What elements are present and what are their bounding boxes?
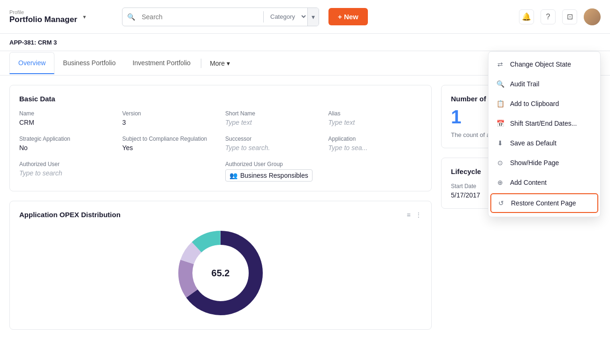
search-icon: 🔍: [122, 13, 140, 21]
menu-item-shift-dates[interactable]: 📅 Shift Start/End Dates...: [488, 114, 600, 133]
dropdown-menu: ⇄ Change Object State 🔍 Audit Trail 📋 Ad…: [488, 51, 601, 217]
field-authorized-user-group: Authorized User Group 👥 Business Respons…: [225, 161, 422, 182]
audit-trail-icon: 🔍: [496, 80, 504, 88]
dropdown-arrow-icon[interactable]: ▾: [307, 8, 319, 26]
field-alias: Alias Type text: [328, 110, 422, 126]
tab-separator: [201, 59, 201, 68]
menu-item-change-object-state[interactable]: ⇄ Change Object State: [488, 54, 600, 74]
field-name: Name CRM: [19, 110, 113, 126]
show-hide-icon: ⊙: [496, 159, 504, 167]
main-content: Basic Data Name CRM Version 3 Short Name…: [0, 76, 610, 339]
basic-data-title: Basic Data: [19, 95, 422, 103]
profile-label: Profile: [9, 9, 77, 15]
menu-item-add-to-clipboard[interactable]: 📋 Add to Clipboard: [488, 94, 600, 114]
menu-item-restore-content[interactable]: ↺ Restore Content Page: [490, 193, 598, 213]
profile-section: Profile Portfolio Manager ▾: [9, 9, 113, 24]
field-empty1: [122, 161, 216, 182]
tab-overview[interactable]: Overview: [9, 52, 54, 74]
more-icon[interactable]: ⋮: [415, 211, 422, 219]
change-state-icon: ⇄: [496, 60, 504, 68]
search-input[interactable]: [140, 13, 263, 21]
bell-icon[interactable]: 🔔: [519, 9, 534, 24]
restore-icon: ↺: [497, 199, 505, 207]
lifecycle-title: Lifecycle: [451, 167, 481, 175]
opex-title: Application OPEX Distribution: [19, 211, 121, 219]
field-version: Version 3: [122, 110, 216, 126]
sub-header: APP-381: CRM 3: [0, 34, 610, 51]
opex-icons: ≡ ⋮: [407, 211, 422, 219]
filter-icon[interactable]: ≡: [407, 211, 411, 219]
search-bar: 🔍 Category ▾: [122, 8, 319, 26]
menu-item-add-content[interactable]: ⊕ Add Content: [488, 173, 600, 192]
app-header: Profile Portfolio Manager ▾ 🔍 Category ▾…: [0, 0, 610, 34]
opex-header: Application OPEX Distribution ≡ ⋮: [19, 211, 422, 219]
inbox-icon[interactable]: ⊡: [562, 9, 577, 24]
field-authorized-user: Authorized User Type to search: [19, 161, 113, 182]
menu-item-audit-trail[interactable]: 🔍 Audit Trail: [488, 74, 600, 94]
field-application: Application Type to sea...: [328, 136, 422, 152]
field-strategic-application: Strategic Application No: [19, 136, 113, 152]
profile-title: Portfolio Manager: [9, 15, 77, 24]
new-button[interactable]: + New: [328, 8, 368, 25]
tab-investment-portfolio[interactable]: Investment Portfolio: [124, 53, 199, 74]
header-icons: 🔔 ? ⊡: [519, 8, 601, 25]
add-content-icon: ⊕: [496, 178, 504, 187]
menu-item-save-default[interactable]: ⬇ Save as Default: [488, 133, 600, 153]
avatar[interactable]: [584, 8, 601, 25]
chevron-down-icon[interactable]: ▾: [83, 14, 86, 20]
users-icon: 👥: [229, 172, 237, 179]
basic-data-fields: Name CRM Version 3 Short Name Type text …: [19, 110, 422, 182]
save-icon: ⬇: [496, 139, 504, 147]
field-compliance: Subject to Compliance Regulation Yes: [122, 136, 216, 152]
chevron-down-icon: ▾: [227, 60, 230, 67]
more-button[interactable]: More ▾: [203, 56, 236, 71]
donut-label: 65.2: [212, 268, 230, 279]
right-panel: Number of Provided Business Capabili... …: [441, 85, 601, 330]
category-select[interactable]: Category: [264, 13, 307, 21]
breadcrumb: APP-381: CRM 3: [9, 39, 57, 46]
clipboard-icon: 📋: [496, 99, 504, 108]
menu-item-show-hide-page[interactable]: ⊙ Show/Hide Page: [488, 153, 600, 173]
left-panel: Basic Data Name CRM Version 3 Short Name…: [9, 85, 432, 330]
calendar-icon: 📅: [496, 119, 504, 128]
opex-card: Application OPEX Distribution ≡ ⋮: [9, 201, 432, 330]
help-icon[interactable]: ?: [541, 9, 556, 24]
field-short-name: Short Name Type text: [225, 110, 319, 126]
basic-data-card: Basic Data Name CRM Version 3 Short Name…: [9, 85, 432, 191]
profile-info: Profile Portfolio Manager: [9, 9, 77, 24]
avatar-image: [584, 8, 601, 25]
donut-chart: 65.2: [19, 226, 422, 320]
tab-business-portfolio[interactable]: Business Portfolio: [54, 53, 124, 74]
field-successor: Successor Type to search.: [225, 136, 319, 152]
